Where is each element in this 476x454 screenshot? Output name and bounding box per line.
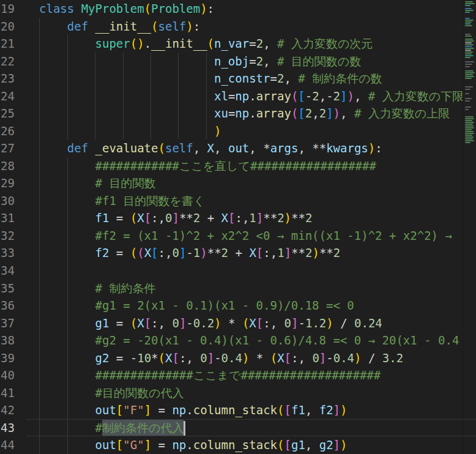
line-number[interactable]: 23	[0, 70, 15, 87]
code-line[interactable]: 35 # 制約条件	[0, 280, 476, 297]
code-line[interactable]: 26 )	[0, 122, 476, 140]
code-text: f2 = ((X[:,0]-1)**2 + X[:,1]**2)**2	[39, 244, 340, 262]
code-text: #f1 目的関数を書く	[39, 192, 205, 210]
line-number[interactable]: 36	[0, 297, 15, 314]
code-line[interactable]: 43 #制約条件の代入	[0, 419, 476, 437]
line-number[interactable]: 28	[0, 157, 15, 175]
minimap-bar	[465, 57, 470, 58]
code-text: n_constr=2, # 制約条件の数	[39, 70, 382, 87]
code-line[interactable]: 20 def __init__(self):	[0, 18, 476, 35]
minimap-bar	[465, 53, 472, 54]
code-line[interactable]: 38 #g2 = -20(x1 - 0.4)(x1 - 0.6)/4.8 =< …	[0, 332, 476, 349]
line-number[interactable]: 24	[0, 87, 15, 105]
code-line[interactable]: 44 out["G"] = np.column_stack([g1, g2])	[0, 436, 476, 454]
code-text: ############ここを直して##################	[39, 157, 376, 175]
code-line[interactable]: 22 n_obj=2, # 目的関数の数	[0, 53, 476, 70]
code-text: class MyProblem(Problem):	[39, 0, 214, 18]
line-number[interactable]: 35	[0, 280, 15, 297]
code-line[interactable]: 34	[0, 262, 476, 280]
code-line[interactable]: 24 xl=np.array([-2,-2]), # 入力変数の下限	[0, 87, 476, 105]
minimap-bar	[465, 109, 469, 110]
code-line[interactable]: 39 g2 = -10*(X[:, 0]-0.4) * (X[:, 0]-0.4…	[0, 349, 476, 367]
minimap-bar	[465, 50, 471, 51]
minimap-bar	[465, 131, 474, 132]
code-line[interactable]: 30 #f1 目的関数を書く	[0, 192, 476, 210]
line-number[interactable]: 33	[0, 244, 15, 262]
code-line[interactable]: 33 f2 = ((X[:,0]-1)**2 + X[:,1]**2)**2	[0, 244, 476, 262]
code-text: out["G"] = np.column_stack([g1, g2])	[39, 436, 348, 454]
code-text: #g2 = -20(x1 - 0.4)(x1 - 0.6)/4.8 =< 0 →…	[39, 332, 459, 349]
minimap-bar	[465, 125, 474, 127]
minimap[interactable]	[463, 0, 476, 454]
code-line[interactable]: 40 ##############ここまで###################…	[0, 367, 476, 384]
code-text: f1 = (X[:,0]**2 + X[:,1]**2)**2	[39, 209, 312, 227]
code-text: )	[39, 122, 221, 140]
line-number[interactable]: 32	[0, 227, 15, 245]
code-line[interactable]: 21 super().__init__(n_var=2, # 入力変数の次元	[0, 35, 476, 53]
line-number[interactable]: 22	[0, 53, 15, 70]
code-line[interactable]: 19class MyProblem(Problem):	[0, 0, 476, 18]
line-number[interactable]: 38	[0, 332, 15, 349]
code-line[interactable]: 41 #目的関数の代入	[0, 384, 476, 402]
line-number[interactable]: 41	[0, 384, 15, 402]
minimap-bar	[465, 70, 474, 72]
code-text: super().__init__(n_var=2, # 入力変数の次元	[39, 35, 373, 53]
code-line[interactable]: 29 # 目的関数	[0, 174, 476, 192]
minimap-bar	[465, 21, 472, 23]
code-line[interactable]: 32 #f2 = (x1 -1)^2 + x2^2 <0 → min((x1 -…	[0, 227, 476, 245]
line-number[interactable]: 31	[0, 209, 15, 227]
line-number[interactable]: 21	[0, 35, 15, 53]
code-line[interactable]: 28 ############ここを直して##################	[0, 157, 476, 175]
code-text: g1 = (X[:, 0]-0.2) * (X[:, 0]-1.2) / 0.2…	[39, 314, 382, 332]
line-number[interactable]: 42	[0, 401, 15, 419]
code-line[interactable]: 25 xu=np.array([2,2]), # 入力変数の上限	[0, 105, 476, 122]
code-line[interactable]: 27 def _evaluate(self, X, out, *args, **…	[0, 140, 476, 157]
minimap-bar	[465, 138, 473, 140]
line-number[interactable]: 39	[0, 349, 15, 367]
code-editor[interactable]: 19class MyProblem(Problem):20 def __init…	[0, 0, 476, 454]
minimap-bar	[465, 44, 474, 45]
minimap-bar	[465, 42, 472, 43]
line-number[interactable]: 40	[0, 367, 15, 384]
minimap-bar	[465, 46, 472, 47]
code-lines-container[interactable]: 19class MyProblem(Problem):20 def __init…	[0, 0, 476, 454]
minimap-bar	[465, 116, 474, 117]
line-number[interactable]: 26	[0, 122, 15, 140]
minimap-bar	[465, 76, 474, 77]
minimap-bar	[465, 120, 472, 121]
code-line[interactable]: 31 f1 = (X[:,0]**2 + X[:,1]**2)**2	[0, 209, 476, 227]
minimap-bar	[465, 1, 473, 2]
minimap-bar	[465, 136, 474, 138]
minimap-bar	[465, 127, 474, 128]
code-line[interactable]: 42 out["F"] = np.column_stack([f1, f2])	[0, 401, 476, 419]
code-line[interactable]: 36 #g1 = 2(x1 - 0.1)(x1 - 0.9)/0.18 =< 0	[0, 297, 476, 314]
minimap-bar	[465, 25, 472, 26]
minimap-bar	[465, 61, 474, 62]
line-number[interactable]: 37	[0, 314, 15, 332]
line-number[interactable]: 30	[0, 192, 15, 210]
code-text: #目的関数の代入	[39, 384, 184, 402]
minimap-bar	[465, 129, 472, 130]
code-text: #f2 = (x1 -1)^2 + x2^2 <0 → min((x1 -1)^…	[39, 227, 452, 245]
minimap-bar	[465, 100, 470, 102]
line-number[interactable]: 19	[0, 0, 15, 18]
minimap-bar	[465, 122, 474, 123]
minimap-bar	[465, 48, 474, 49]
code-text: # 制約条件	[39, 280, 155, 297]
selected-text: 制約条件の代入	[102, 420, 184, 436]
minimap-bar	[465, 118, 474, 119]
line-number[interactable]: 27	[0, 140, 15, 157]
code-text: n_obj=2, # 目的関数の数	[39, 53, 361, 70]
line-number[interactable]: 43	[0, 419, 15, 437]
line-number[interactable]: 20	[0, 18, 15, 35]
minimap-bar	[465, 106, 471, 108]
line-number[interactable]: 25	[0, 105, 15, 122]
code-line[interactable]: 23 n_constr=2, # 制約条件の数	[0, 70, 476, 87]
line-number[interactable]: 44	[0, 436, 15, 454]
line-number[interactable]: 34	[0, 262, 15, 280]
line-number[interactable]: 29	[0, 174, 15, 192]
minimap-bar	[465, 8, 472, 9]
minimap-bar	[465, 86, 473, 87]
code-line[interactable]: 37 g1 = (X[:, 0]-0.2) * (X[:, 0]-1.2) / …	[0, 314, 476, 332]
code-text: def __init__(self):	[39, 18, 200, 35]
